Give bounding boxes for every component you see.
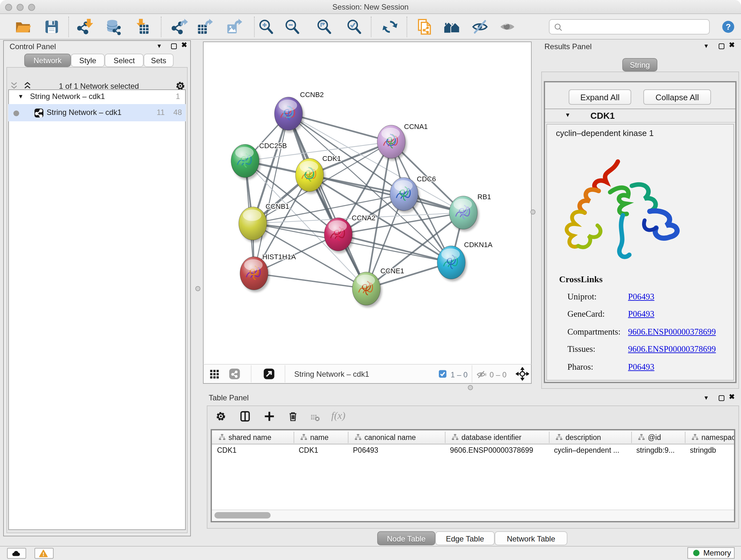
help-button[interactable]: ? xyxy=(721,20,735,34)
search-input[interactable] xyxy=(566,21,708,34)
tab-select[interactable]: Select xyxy=(105,54,144,67)
table-cell[interactable]: stringdb xyxy=(690,446,733,458)
expand-all-networks-icon[interactable] xyxy=(23,81,32,90)
column-divider[interactable] xyxy=(445,432,446,443)
zoom-fit-button[interactable] xyxy=(315,18,333,36)
network-edge-CCNB2-CCNE1[interactable] xyxy=(288,114,366,289)
export-network-button[interactable] xyxy=(171,18,189,36)
expand-all-button[interactable]: Expand All xyxy=(569,89,631,105)
table-gear-icon[interactable] xyxy=(215,411,226,422)
crosslink-link[interactable]: 9606.ENSP00000378699 xyxy=(628,327,716,337)
import-network-button[interactable] xyxy=(77,18,94,36)
refresh-button[interactable] xyxy=(381,18,399,36)
tab-network[interactable]: Network xyxy=(24,54,71,67)
gene-section-header[interactable] xyxy=(545,109,735,123)
tab-network-table[interactable]: Network Table xyxy=(495,531,567,545)
add-column-icon[interactable] xyxy=(264,411,275,422)
right-splitter-handle[interactable] xyxy=(530,209,536,214)
collection-expand-icon[interactable]: ▼ xyxy=(18,89,23,104)
memory-button[interactable]: Memory xyxy=(687,547,735,559)
show-all-button[interactable] xyxy=(498,18,516,36)
hide-selected-button[interactable] xyxy=(471,18,489,36)
column-header--id[interactable]: @id xyxy=(631,430,685,444)
move-crosshair-icon[interactable] xyxy=(516,367,529,381)
results-panel-close-icon[interactable]: ✖ xyxy=(729,41,735,49)
table-panel-close-icon[interactable]: ✖ xyxy=(729,393,735,401)
node-HIST1H1A[interactable] xyxy=(240,257,270,292)
node-CCNB1[interactable] xyxy=(239,207,268,242)
control-panel-close-icon[interactable]: ✖ xyxy=(181,41,187,49)
network-edge-HIST1H1A-CCNE1[interactable] xyxy=(254,273,366,289)
node-CCNA1[interactable] xyxy=(377,125,407,161)
table-hscrollbar-thumb[interactable] xyxy=(214,512,271,518)
table-cell[interactable]: cyclin–dependent ... xyxy=(554,446,630,458)
import-database-button[interactable] xyxy=(105,18,123,36)
network-graph[interactable]: CCNB2CCNA1CDC25BCDK1CDC6RB1CCNB1CCNA2CDK… xyxy=(204,42,531,363)
column-header-database-identifier[interactable]: database identifier xyxy=(445,430,549,444)
column-divider[interactable] xyxy=(685,432,685,443)
control-panel-float-icon[interactable]: ▼ xyxy=(156,43,162,49)
node-CDK1[interactable] xyxy=(295,159,325,194)
column-divider[interactable] xyxy=(348,432,348,443)
control-panel-maximize-icon[interactable] xyxy=(171,44,177,49)
node-CCNA2[interactable] xyxy=(324,218,354,253)
warning-status-button[interactable] xyxy=(35,548,54,559)
column-divider[interactable] xyxy=(631,432,632,443)
network-edge-CDK1-RB1[interactable] xyxy=(310,175,463,212)
collapse-all-networks-icon[interactable] xyxy=(10,81,18,90)
tab-node-table[interactable]: Node Table xyxy=(377,531,435,545)
zoom-out-button[interactable] xyxy=(283,18,301,36)
open-folder-button[interactable] xyxy=(14,18,32,36)
crosslink-link[interactable]: P06493 xyxy=(628,309,655,320)
column-header-shared-name[interactable]: shared name xyxy=(212,430,293,444)
crosslink-link[interactable]: P06493 xyxy=(628,362,655,372)
results-panel-maximize-icon[interactable] xyxy=(719,44,724,49)
open-in-window-icon[interactable] xyxy=(263,368,275,380)
tab-sets[interactable]: Sets xyxy=(144,54,174,67)
grid-view-icon[interactable] xyxy=(209,368,220,380)
table-cell[interactable]: CDK1 xyxy=(299,446,347,458)
neighbors-button[interactable] xyxy=(443,18,461,36)
column-header-canonical-name[interactable]: canonical name xyxy=(348,430,445,444)
zoom-selected-button[interactable] xyxy=(345,18,363,36)
table-cell[interactable]: 9606.ENSP00000378699 xyxy=(450,446,548,458)
network-collection-row[interactable]: ▼ String Network – cdk1 1 xyxy=(8,89,186,104)
table-cell[interactable]: stringdb:9... xyxy=(636,446,684,458)
column-header-name[interactable]: name xyxy=(293,430,348,444)
save-session-button[interactable] xyxy=(43,18,61,36)
node-RB1[interactable] xyxy=(449,196,479,232)
cloud-status-button[interactable] xyxy=(7,548,26,559)
node-CDKN1A[interactable] xyxy=(437,246,467,281)
node-CDC6[interactable] xyxy=(390,178,420,213)
selected-checkbox-icon[interactable] xyxy=(438,369,448,379)
network-row-selected[interactable]: String Network – cdk1 11 48 xyxy=(8,104,186,121)
table-hscrollbar-track[interactable] xyxy=(212,509,734,521)
bottom-splitter-handle[interactable] xyxy=(468,385,473,390)
column-divider[interactable] xyxy=(293,432,294,443)
network-edge-CCNB2-HIST1H1A[interactable] xyxy=(254,114,288,273)
gene-collapse-icon[interactable]: ▼ xyxy=(565,112,570,118)
results-panel-float-icon[interactable]: ▼ xyxy=(703,43,709,49)
column-divider[interactable] xyxy=(549,432,549,443)
hidden-eye-icon[interactable] xyxy=(476,369,487,380)
collapse-all-button[interactable]: Collapse All xyxy=(643,89,711,105)
table-cell[interactable]: CDK1 xyxy=(217,446,292,458)
tab-string[interactable]: String xyxy=(622,58,657,71)
clone-network-button[interactable] xyxy=(415,18,433,36)
node-CCNB2[interactable] xyxy=(274,97,304,132)
crosslink-link[interactable]: P06493 xyxy=(628,292,655,302)
import-table-button[interactable] xyxy=(132,18,150,36)
zoom-in-button[interactable] xyxy=(257,18,275,36)
column-header-description[interactable]: description xyxy=(549,430,631,444)
node-CCNE1[interactable] xyxy=(352,272,382,307)
table-panel-maximize-icon[interactable] xyxy=(719,395,724,401)
column-header-namespace[interactable]: namespace xyxy=(685,430,734,444)
show-columns-icon[interactable] xyxy=(239,411,251,422)
left-splitter-handle[interactable] xyxy=(195,286,200,291)
network-share-view-icon[interactable] xyxy=(228,368,241,380)
crosslink-link[interactable]: 9606.ENSP00000378699 xyxy=(628,344,716,354)
table-cell[interactable]: P06493 xyxy=(353,446,444,458)
export-table-button[interactable] xyxy=(196,18,214,36)
export-image-button[interactable] xyxy=(225,18,243,36)
table-panel-float-icon[interactable]: ▼ xyxy=(703,395,709,401)
